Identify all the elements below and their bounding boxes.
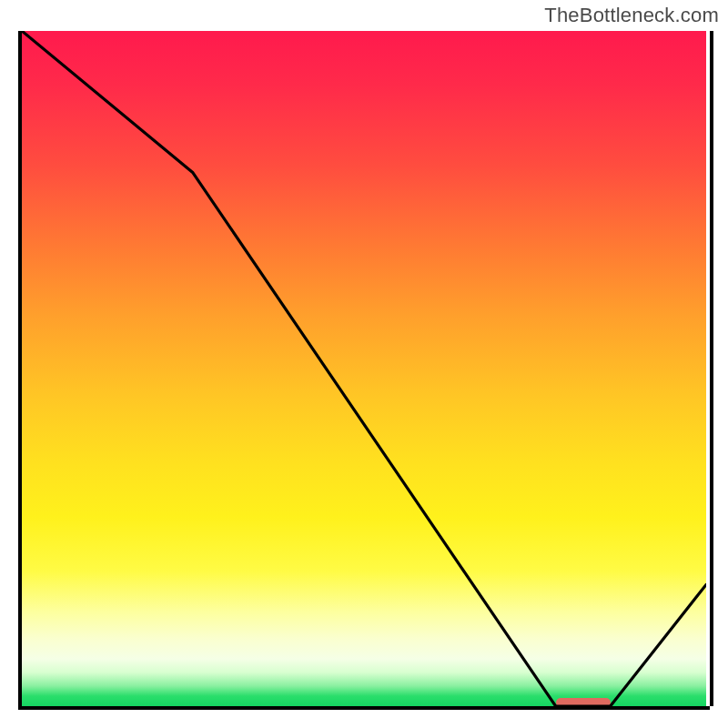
attribution-text: TheBottleneck.com (544, 4, 719, 27)
chart-right-border (710, 31, 713, 706)
bottleneck-curve-path (22, 31, 706, 706)
bottleneck-curve (22, 31, 706, 706)
chart-plot-area (22, 31, 706, 706)
